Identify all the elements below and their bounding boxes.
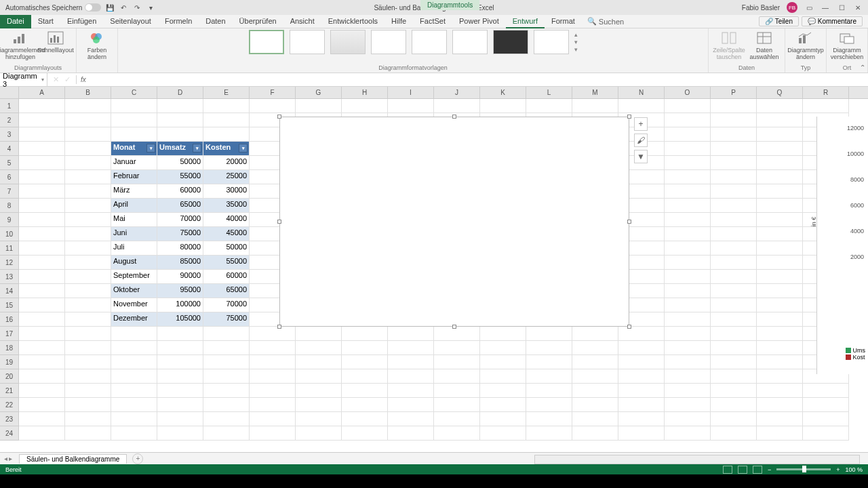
cell[interactable] [618, 412, 665, 426]
cancel-formula-icon[interactable]: ✕ [53, 75, 59, 84]
cell[interactable] [250, 384, 296, 398]
resize-handle[interactable] [452, 115, 456, 119]
cell[interactable] [618, 426, 665, 441]
cell[interactable] [757, 355, 803, 369]
user-avatar[interactable]: FB [787, 2, 797, 13]
cell[interactable] [526, 355, 572, 369]
cell[interactable] [111, 426, 157, 441]
cell[interactable] [572, 369, 618, 384]
row-header[interactable]: 9 [0, 213, 19, 227]
chart-style-1[interactable] [249, 30, 284, 54]
quick-layout-button[interactable]: Schnelllayout [39, 30, 72, 54]
cell[interactable]: Umsatz▾ [157, 142, 203, 156]
style-scroll-down-icon[interactable]: ▾ [574, 39, 578, 45]
column-header[interactable]: A [19, 87, 65, 98]
cell[interactable] [65, 398, 111, 412]
cell[interactable] [203, 426, 250, 441]
cell[interactable] [711, 142, 757, 156]
cell[interactable] [65, 298, 111, 312]
cell[interactable] [757, 184, 803, 199]
cell[interactable] [19, 298, 65, 312]
column-header[interactable]: H [342, 87, 388, 98]
cell[interactable]: September [111, 270, 157, 284]
cell[interactable] [526, 398, 572, 412]
add-sheet-button[interactable]: + [132, 453, 143, 464]
cell[interactable]: 30000 [203, 184, 250, 199]
cell[interactable] [19, 384, 65, 398]
cell[interactable]: 25000 [203, 170, 250, 184]
cell[interactable]: 70000 [203, 298, 250, 312]
spreadsheet-grid[interactable]: ABCDEFGHIJKLMNOPQR 123456789101112131415… [0, 87, 868, 447]
cell[interactable] [65, 199, 111, 213]
cell[interactable] [342, 355, 388, 369]
cell[interactable] [203, 327, 250, 341]
cell[interactable] [111, 99, 157, 113]
cell[interactable] [65, 284, 111, 298]
cell[interactable] [665, 298, 711, 312]
resize-handle[interactable] [277, 220, 281, 224]
cell[interactable] [342, 341, 388, 355]
cell[interactable]: 60000 [157, 184, 203, 199]
cell[interactable] [665, 284, 711, 298]
cell[interactable]: 85000 [157, 256, 203, 270]
cell[interactable] [296, 369, 342, 384]
fx-icon[interactable]: fx [77, 76, 90, 83]
select-data-button[interactable]: Daten auswählen [748, 30, 781, 61]
cell[interactable] [757, 199, 803, 213]
cell[interactable] [572, 327, 618, 341]
cell[interactable] [665, 113, 711, 127]
column-header[interactable]: M [572, 87, 618, 98]
switch-row-col-button[interactable]: Zeile/Spalte tauschen [713, 30, 745, 61]
cell[interactable] [480, 369, 526, 384]
undo-icon[interactable]: ↶ [119, 3, 128, 12]
cell[interactable] [111, 113, 157, 127]
cell[interactable] [19, 341, 65, 355]
zoom-in-button[interactable]: + [836, 466, 840, 473]
cell[interactable] [250, 426, 296, 441]
cell[interactable] [572, 99, 618, 113]
cell[interactable] [711, 184, 757, 199]
cell[interactable] [711, 298, 757, 312]
cell[interactable] [296, 398, 342, 412]
cell[interactable] [480, 426, 526, 441]
chart-filters-button[interactable]: ▼ [634, 150, 648, 163]
cell[interactable] [803, 398, 849, 412]
cell[interactable] [157, 113, 203, 127]
cell[interactable] [665, 227, 711, 241]
cell[interactable] [711, 312, 757, 327]
normal-view-button[interactable] [723, 466, 732, 474]
cell[interactable] [526, 384, 572, 398]
cell[interactable] [618, 327, 665, 341]
cell[interactable] [19, 142, 65, 156]
row-header[interactable]: 17 [0, 327, 19, 341]
cell[interactable]: März [111, 184, 157, 199]
cell[interactable] [665, 99, 711, 113]
cell[interactable] [757, 398, 803, 412]
cell[interactable] [665, 327, 711, 341]
cell[interactable] [296, 341, 342, 355]
cell[interactable] [111, 369, 157, 384]
style-more-icon[interactable]: ▾ [574, 46, 578, 53]
cell[interactable]: 65000 [157, 199, 203, 213]
row-header[interactable]: 16 [0, 312, 19, 327]
column-header[interactable]: B [65, 87, 111, 98]
cell[interactable] [65, 369, 111, 384]
cell[interactable] [65, 270, 111, 284]
cell[interactable] [434, 355, 480, 369]
cell[interactable] [65, 113, 111, 127]
cell[interactable]: August [111, 256, 157, 270]
cell[interactable] [157, 398, 203, 412]
cell[interactable] [757, 127, 803, 142]
cell[interactable] [342, 327, 388, 341]
cell[interactable] [665, 384, 711, 398]
ribbon-tab-entwicklertools[interactable]: Entwicklertools [321, 15, 384, 28]
ribbon-tab-hilfe[interactable]: Hilfe [384, 15, 413, 28]
comments-button[interactable]: 💬 Kommentare [802, 16, 863, 26]
cell[interactable] [203, 384, 250, 398]
cell[interactable] [711, 412, 757, 426]
cell[interactable] [665, 426, 711, 441]
cell[interactable] [157, 384, 203, 398]
cell[interactable] [711, 426, 757, 441]
cell[interactable] [711, 355, 757, 369]
cell[interactable] [711, 170, 757, 184]
